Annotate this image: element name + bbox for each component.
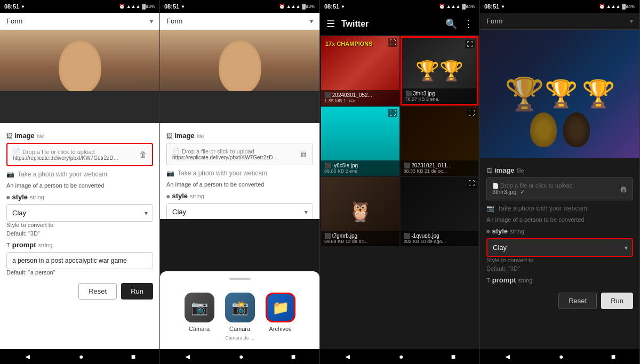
style-field-icon-4: ≡ xyxy=(486,228,490,234)
phone-panel-1: 08:51 ● ⏰ ▲▲▲ ▓93% Form ▾ 🖼 image file xyxy=(0,0,160,364)
bottom-nav-3: ◄ ● ■ xyxy=(320,349,479,364)
prompt-field-type-1: string xyxy=(38,242,53,248)
status-left-1: 08:51 ● xyxy=(4,3,25,10)
home-nav-1[interactable]: ● xyxy=(79,352,83,361)
reset-button-4[interactable]: Reset xyxy=(558,293,597,309)
prompt-input-1[interactable] xyxy=(6,252,153,269)
image-field-type-4: file xyxy=(517,167,524,174)
upload-path-2: https://replicate.delivery/pbxt/KW7Getr2… xyxy=(172,155,279,160)
grid-item-5[interactable]: 🦉 ⬛ t7gmrb.jpg 59.69 KB 12 de oc... xyxy=(321,177,399,246)
battery-icon-3: ▓94% xyxy=(462,4,475,9)
file-error-icon-5: ⬛ xyxy=(324,233,331,239)
delete-icon-4[interactable]: 🗑 xyxy=(620,185,627,193)
grid-item-label-4: ⬛ 20231021_011... 88.33 KB 21 de oc... xyxy=(401,160,479,176)
app-item-camera-2[interactable]: 📷 Cámara xyxy=(185,293,214,341)
grid-item-meta-1: 1.35 MB 1 mar. xyxy=(324,98,396,103)
image-field-type-1: file xyxy=(37,133,44,139)
back-nav-2[interactable]: ◄ xyxy=(184,352,191,361)
webcam-row-1[interactable]: 📷 Take a photo with your webcam xyxy=(6,166,153,182)
app-item-camera2-2[interactable]: 📸 Cámara Cámara de ... xyxy=(225,293,255,341)
upload-hint-4: 📄 Drop a file or click to upload xyxy=(492,182,573,189)
image-field-icon-2: 🖼 xyxy=(166,133,172,139)
run-button-4[interactable]: Run xyxy=(601,293,633,309)
app-item-files-2[interactable]: 📁 Archivos xyxy=(266,293,295,341)
buttons-row-4: Reset Run xyxy=(486,287,633,311)
delete-icon-2[interactable]: 🗑 xyxy=(300,150,307,158)
top-bar-2[interactable]: Form ▾ xyxy=(160,13,319,30)
chevron-down-icon-1: ▾ xyxy=(150,18,153,25)
style-field-type-1: string xyxy=(30,194,44,200)
back-nav-1[interactable]: ◄ xyxy=(24,352,31,361)
home-nav-3[interactable]: ● xyxy=(399,352,403,361)
status-left-2: 08:51 ● xyxy=(164,3,185,10)
signal-icon-3: ▲▲▲ xyxy=(446,4,461,9)
status-bar-2: 08:51 ● ⏰ ▲▲▲ ▓93% xyxy=(160,0,319,13)
expand-icon-6[interactable]: ⛶ xyxy=(467,179,476,188)
style-field-icon-1: ≡ xyxy=(6,194,10,200)
status-dot-icon: ● xyxy=(21,4,24,9)
buttons-row-1: Reset Run xyxy=(6,278,153,302)
prompt-field-label-1: T prompt string xyxy=(6,241,153,249)
reset-button-1[interactable]: Reset xyxy=(78,283,117,300)
file-icon-2: 📄 xyxy=(172,148,180,155)
run-button-1[interactable]: Run xyxy=(121,283,153,300)
grid-item-1[interactable]: 17x CHAMPIONS ⛶ ⬛ 20240301_052... 1.35 M… xyxy=(321,36,399,106)
recent-nav-1[interactable]: ■ xyxy=(131,352,135,361)
style-select-4[interactable]: Clay 3D Realistic xyxy=(486,238,633,257)
expand-icon-1[interactable]: ⛶ xyxy=(388,38,397,47)
file-upload-left-2: 📄 Drop a file or click to upload https:/… xyxy=(172,148,279,160)
camera-icon-1: 📷 xyxy=(6,171,14,178)
expand-icon-4[interactable]: ⛶ xyxy=(467,109,476,117)
file-upload-box-2[interactable]: 📄 Drop a file or click to upload https:/… xyxy=(166,143,313,165)
style-default-4: Default: "3D" xyxy=(486,265,633,272)
delete-icon-1[interactable]: 🗑 xyxy=(139,150,147,159)
style-field-type-2: string xyxy=(190,193,204,199)
grid-item-meta-4: 88.33 KB 21 de oc... xyxy=(404,168,476,174)
camera2-icon-box-2: 📸 xyxy=(225,293,255,322)
back-nav-3[interactable]: ◄ xyxy=(344,352,351,361)
status-left-3: 08:51 ● xyxy=(324,3,345,10)
home-nav-2[interactable]: ● xyxy=(239,352,243,361)
expand-icon-2[interactable]: ⛶ xyxy=(465,40,475,48)
webcam-row-2[interactable]: 📷 Take a photo with your webcam xyxy=(166,165,313,181)
prompt-field-label-4: T prompt string xyxy=(486,276,633,284)
image-field-type-2: file xyxy=(197,133,204,139)
top-bar-4[interactable]: Form ▾ xyxy=(480,13,639,30)
file-error-icon-4: ⬛ xyxy=(404,163,410,168)
bottom-nav-2: ◄ ● ■ xyxy=(160,349,319,364)
webcam-row-4[interactable]: 📷 Take a photo with your webcam xyxy=(486,200,633,216)
style-field-name-1: style xyxy=(12,193,28,201)
image-preview-1 xyxy=(0,30,159,123)
twitter-title-3: Twitter xyxy=(341,19,439,29)
form-section-2: 🖼 image file 📄 Drop a file or click to u… xyxy=(160,123,319,219)
grid-item-3[interactable]: ⛶ ⬛ -y6c5ie.jpg 89.80 KB 2 ene. xyxy=(321,107,399,176)
more-icon-3[interactable]: ⋮ xyxy=(463,18,473,30)
file-upload-box-4[interactable]: 📄 Drop a file or click to upload 3thir3.… xyxy=(486,177,633,200)
recent-nav-3[interactable]: ■ xyxy=(451,352,455,361)
grid-item-label-6: ⬛ -1qvuqb.jpg 282 KB 10 de ago... xyxy=(401,231,479,246)
style-select-1[interactable]: Clay 3D Realistic xyxy=(6,204,153,222)
files-icon-box-2: 📁 xyxy=(266,293,295,322)
upload-hint-2: 📄 Drop a file or click to upload xyxy=(172,148,279,155)
alarm-icon-2: ⏰ xyxy=(279,4,285,9)
file-upload-box-1[interactable]: 📄 Drop a file or click to upload https:/… xyxy=(6,143,153,166)
top-bar-1[interactable]: Form ▾ xyxy=(0,13,159,30)
status-bar-4: 08:51 ● ⏰ ▲▲▲ ▓94% xyxy=(480,0,639,13)
search-icon-3[interactable]: 🔍 xyxy=(445,18,457,30)
expand-icon-3[interactable]: ⛶ xyxy=(388,109,397,117)
recent-nav-4[interactable]: ■ xyxy=(611,352,615,361)
back-nav-4[interactable]: ◄ xyxy=(504,352,511,361)
top-bar-title-1: Form xyxy=(6,17,22,25)
battery-icon-4: ▓94% xyxy=(622,4,635,9)
chevron-down-icon-4: ▾ xyxy=(630,18,633,25)
grid-item-4[interactable]: ⛶ ⬛ 20231021_011... 88.33 KB 21 de oc... xyxy=(401,107,479,176)
home-nav-4[interactable]: ● xyxy=(559,352,563,361)
grid-item-2[interactable]: 🏆🏆 ⛶ ⬛ 3thir3.jpg 76.07 KB 2 ene. xyxy=(401,36,479,106)
grid-item-6[interactable]: ⛶ ⬛ -1qvuqb.jpg 282 KB 10 de ago... xyxy=(401,177,479,246)
grid-item-filename-5: ⬛ t7gmrb.jpg xyxy=(324,233,396,239)
style-select-2[interactable]: Clay 3D xyxy=(166,203,313,219)
recent-nav-2[interactable]: ■ xyxy=(291,352,295,361)
status-icons-2: ⏰ ▲▲▲ ▓93% xyxy=(279,4,315,9)
grid-item-meta-5: 59.69 KB 12 de oc... xyxy=(324,239,396,244)
menu-icon-3[interactable]: ☰ xyxy=(326,18,335,30)
